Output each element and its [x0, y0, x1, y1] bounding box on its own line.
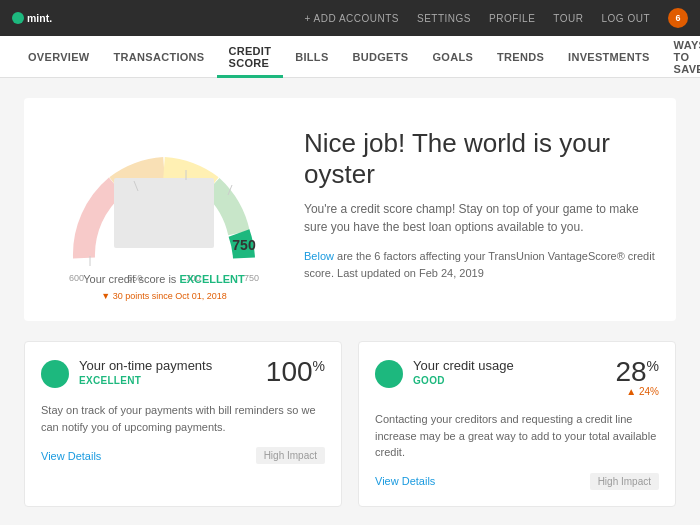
card-description-2: Contacting your creditors and requesting…	[375, 407, 659, 461]
card-description-1: Stay on track of your payments with bill…	[41, 398, 325, 435]
hero-description: You're a credit score champ! Stay on top…	[304, 200, 656, 236]
hero-title: Nice job! The world is your oyster	[304, 128, 656, 190]
score-factor-cards: Your on-time payments EXCELLENT 100% Sta…	[24, 341, 676, 507]
card-header-1: Your on-time payments EXCELLENT 100%	[41, 358, 325, 388]
svg-point-0	[12, 12, 24, 24]
high-impact-1: High Impact	[256, 447, 325, 464]
gauge-change-label: ▼ 30 points since Oct 01, 2018	[101, 289, 226, 301]
below-link[interactable]: Below	[304, 250, 334, 262]
tick-600: 600	[69, 273, 84, 283]
main-navigation: OVERVIEW TRANSACTIONS CREDIT SCORE BILLS…	[0, 36, 700, 78]
card-title-1: Your on-time payments	[79, 358, 266, 373]
card-footer-1: View Details High Impact	[41, 447, 325, 464]
high-impact-2: High Impact	[590, 473, 659, 490]
view-details-1[interactable]: View Details	[41, 450, 101, 462]
nav-credit-score[interactable]: CREDIT SCORE	[217, 36, 284, 78]
tour-link[interactable]: TOUR	[553, 13, 583, 24]
card-footer-2: View Details High Impact	[375, 473, 659, 490]
logo[interactable]: mint.	[12, 8, 72, 28]
card-title-area-2: Your credit usage GOOD	[413, 358, 615, 386]
card-title-area-1: Your on-time payments EXCELLENT	[79, 358, 266, 386]
nav-ways-to-save[interactable]: WAYS TO SAVE	[662, 36, 700, 78]
card-indicator-1	[41, 360, 69, 388]
svg-rect-2	[114, 178, 214, 248]
tick-750: 750	[244, 273, 259, 283]
card-header-2: Your credit usage GOOD 28% ▲ 24%	[375, 358, 659, 397]
card-indicator-2	[375, 360, 403, 388]
view-details-2[interactable]: View Details	[375, 475, 435, 487]
update-info: Below are the 6 factors affecting your T…	[304, 248, 656, 281]
top-nav-links: + ADD ACCOUNTS SETTINGS PROFILE TOUR LOG…	[102, 8, 688, 28]
hero-text: Nice job! The world is your oyster You'r…	[304, 118, 656, 281]
nav-goals[interactable]: GOALS	[420, 36, 485, 78]
nav-transactions[interactable]: TRANSACTIONS	[102, 36, 217, 78]
main-content: 750 600 650 700 750 Your credit score is…	[0, 78, 700, 525]
logout-link[interactable]: LOG OUT	[601, 13, 650, 24]
card-status-1: EXCELLENT	[79, 375, 266, 386]
card-change-2: ▲ 24%	[615, 386, 659, 397]
profile-link[interactable]: PROFILE	[489, 13, 535, 24]
nav-investments[interactable]: INVESTMENTS	[556, 36, 662, 78]
card-title-2: Your credit usage	[413, 358, 615, 373]
settings-link[interactable]: SETTINGS	[417, 13, 471, 24]
card-percent-1: 100%	[266, 358, 325, 386]
nav-overview[interactable]: OVERVIEW	[16, 36, 102, 78]
top-navigation: mint. + ADD ACCOUNTS SETTINGS PROFILE TO…	[0, 0, 700, 36]
credit-usage-card: Your credit usage GOOD 28% ▲ 24% Contact…	[358, 341, 676, 507]
svg-text:mint.: mint.	[27, 12, 52, 24]
nav-bills[interactable]: BILLS	[283, 36, 340, 78]
card-percent-2: 28%	[615, 358, 659, 386]
nav-budgets[interactable]: BUDGETS	[341, 36, 421, 78]
add-accounts-link[interactable]: + ADD ACCOUNTS	[304, 13, 399, 24]
gauge-status-label: Your credit score is EXCELLENT	[83, 273, 245, 285]
nav-trends[interactable]: TRENDS	[485, 36, 556, 78]
on-time-payments-card: Your on-time payments EXCELLENT 100% Sta…	[24, 341, 342, 507]
card-status-2: GOOD	[413, 375, 615, 386]
notification-icon[interactable]: 6	[668, 8, 688, 28]
credit-score-gauge: 750 600 650 700 750 Your credit score is…	[44, 118, 284, 301]
svg-text:750: 750	[232, 237, 256, 253]
hero-section: 750 600 650 700 750 Your credit score is…	[24, 98, 676, 321]
